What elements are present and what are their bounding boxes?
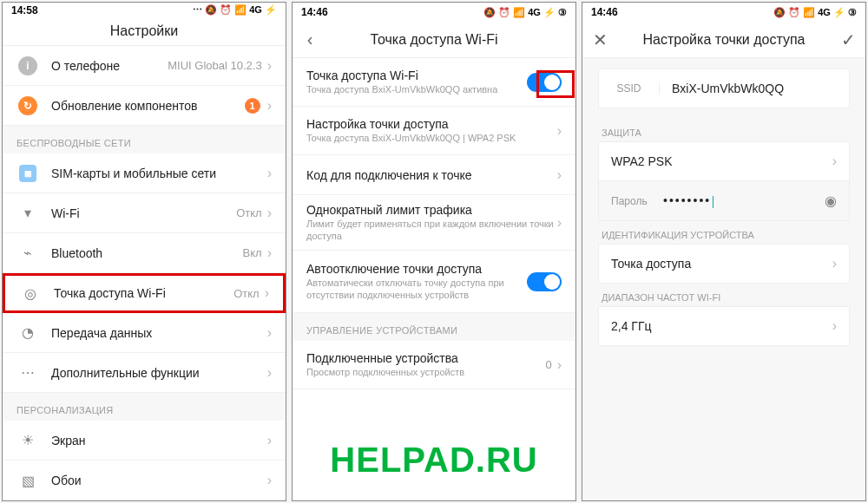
row-sim[interactable]: ▦ SIM-карты и мобильные сети › [3,154,286,193]
cancel-button[interactable]: ✕ [582,22,617,57]
row-bluetooth[interactable]: ⌁ Bluetooth Вкл › [3,233,286,273]
title-bar: ‹ Точка доступа Wi-Fi [293,22,575,58]
hotspot-toggle-label: Точка доступа Wi-Fi Точка доступа BxiX-U… [306,69,527,95]
back-button[interactable]: ‹ [293,22,327,57]
chevron-right-icon: › [832,154,837,169]
confirm-button[interactable]: ✓ [831,22,865,57]
wifi-icon: ▾ [16,202,39,225]
chevron-right-icon: › [267,98,272,114]
status-icons: 🔕 ⏰ 📶 4G ⚡ ③ [483,7,567,18]
status-bar: 14:46 🔕 ⏰ 📶 4G ⚡ ③ [293,3,575,22]
row-hotspot-toggle[interactable]: Точка доступа Wi-Fi Точка доступа BxiX-U… [293,58,575,107]
hotspot-value: Откл [233,287,260,300]
auto-off-label: Автоотключение точки доступа Автоматичес… [306,262,527,300]
chevron-right-icon: › [832,256,837,271]
chevron-right-icon: › [267,473,272,488]
clock: 14:58 [11,4,38,16]
wifi-label: Wi-Fi [51,206,236,220]
row-band[interactable]: 2,4 ГГц › [598,306,850,346]
row-wallpaper[interactable]: ▧ Обои › [3,461,286,500]
bt-value: Вкл [243,246,262,259]
watermark: HELPAD.RU [293,441,575,480]
devices-label: Подключенные устройства Просмотр подключ… [306,351,545,378]
devices-count: 0 [545,358,551,371]
about-label: О телефоне [51,59,168,73]
more-label: Дополнительные функции [51,366,267,380]
row-more[interactable]: ⋯ Дополнительные функции › [3,353,286,393]
row-qr-code[interactable]: Код для подключения к точке › [293,155,575,195]
password-value[interactable]: •••••••• [663,193,825,207]
chevron-right-icon: › [557,167,562,183]
section-security: ЗАЩИТА [582,119,865,141]
row-security[interactable]: WPA2 PSK › [598,141,850,181]
panel-hotspot-config: 14:46 🔕 ⏰ 📶 4G ⚡ ③ ✕ Настройка точки дос… [582,2,866,501]
row-password[interactable]: Пароль •••••••• ◉ [598,181,850,221]
more-icon: ⋯ [16,362,39,384]
clock: 14:46 [591,6,618,18]
row-wifi[interactable]: ▾ Wi-Fi Откл › [3,193,286,233]
row-data-usage[interactable]: ◔ Передача данных › [3,313,286,353]
row-ident[interactable]: Точка доступа › [598,244,850,284]
chevron-right-icon: › [267,433,272,448]
chevron-right-icon: › [557,357,562,373]
row-data-limit[interactable]: Однократный лимит трафика Лимит будет пр… [293,195,575,251]
sim-icon: ▦ [16,162,39,185]
wallpaper-label: Обои [51,474,267,487]
config-label: Настройка точки доступа Точка доступа Bx… [306,117,557,144]
ident-value: Точка доступа [611,257,832,271]
chevron-right-icon: › [832,318,837,334]
auto-off-switch[interactable] [527,272,562,291]
chevron-right-icon: › [267,325,272,341]
update-label: Обновление компонентов [51,99,245,113]
hotspot-switch[interactable] [527,73,562,92]
section-band: ДИАПАЗОН ЧАСТОТ WI-FI [582,284,865,306]
hotspot-label: Точка доступа Wi-Fi [54,286,233,300]
ssid-field[interactable]: SSID BxiX-UmVkbWk0QQ [598,69,850,108]
row-hotspot[interactable]: ◎ Точка доступа Wi-Fi Откл › [3,273,286,313]
section-ident: ИДЕНТИФИКАЦИЯ УСТРОЙСТВА [582,221,865,244]
row-update-components[interactable]: ↻ Обновление компонентов 1 › [3,86,286,126]
chevron-right-icon: › [557,215,562,231]
eye-icon[interactable]: ◉ [825,193,837,209]
panel-settings: 14:58 ⋯ 🔕 ⏰ 📶 4G ⚡ Настройки i О телефон… [2,2,286,501]
chevron-right-icon: › [267,365,272,381]
band-value: 2,4 ГГц [611,319,832,333]
row-connected-devices[interactable]: Подключенные устройства Просмотр подключ… [293,341,575,389]
wallpaper-icon: ▧ [16,469,39,492]
row-about-phone[interactable]: i О телефоне MIUI Global 10.2.3 › [3,46,286,86]
page-title: Настройка точки доступа [643,32,806,48]
clock: 14:46 [301,6,328,18]
section-personalization: ПЕРСОНАЛИЗАЦИЯ [3,393,286,421]
chevron-right-icon: › [267,166,272,181]
ssid-value[interactable]: BxiX-UmVkbWk0QQ [660,82,849,95]
row-hotspot-config[interactable]: Настройка точки доступа Точка доступа Bx… [293,107,575,155]
limit-label: Однократный лимит трафика Лимит будет пр… [306,203,557,241]
chevron-right-icon: › [267,58,272,74]
display-label: Экран [51,434,267,447]
sim-label: SIM-карты и мобильные сети [51,167,267,180]
bluetooth-icon: ⌁ [16,242,39,265]
display-icon: ☀ [16,429,39,452]
page-title: Точка доступа Wi-Fi [370,32,497,48]
hotspot-icon: ◎ [19,282,42,304]
bt-label: Bluetooth [51,246,243,260]
row-auto-off[interactable]: Автоотключение точки доступа Автоматичес… [293,251,575,313]
update-badge: 1 [245,98,260,114]
page-title: Настройки [110,23,178,39]
status-icons: 🔕 ⏰ 📶 4G ⚡ ③ [773,7,857,18]
data-label: Передача данных [51,326,267,340]
chevron-right-icon: › [267,206,272,221]
section-devices: УПРАВЛЕНИЕ УСТРОЙСТВАМИ [293,313,575,341]
security-value: WPA2 PSK [611,154,832,168]
about-value: MIUI Global 10.2.3 [168,59,261,72]
title-bar: Настройки [3,17,286,46]
panel-hotspot: 14:46 🔕 ⏰ 📶 4G ⚡ ③ ‹ Точка доступа Wi-Fi… [292,2,576,501]
ssid-label: SSID [599,82,660,95]
chevron-right-icon: › [557,123,562,139]
wifi-value: Откл [236,206,262,219]
qr-label: Код для подключения к точке [306,168,557,182]
status-bar: 14:58 ⋯ 🔕 ⏰ 📶 4G ⚡ [3,3,286,17]
refresh-icon: ↻ [16,95,39,117]
title-bar: ✕ Настройка точки доступа ✓ [582,22,865,58]
row-display[interactable]: ☀ Экран › [3,421,286,461]
